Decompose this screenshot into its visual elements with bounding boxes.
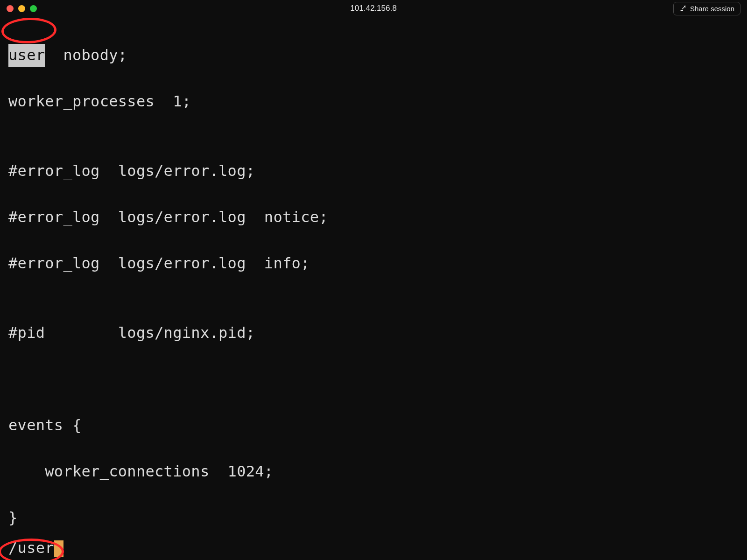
terminal-content[interactable]: user nobody; worker_processes 1; #error_… xyxy=(0,17,747,560)
config-line: #error_log logs/error.log; xyxy=(8,160,739,183)
share-session-label: Share session xyxy=(690,5,734,13)
close-window-icon[interactable] xyxy=(7,5,14,12)
config-line: events { xyxy=(8,414,739,437)
config-line: #error_log logs/error.log info; xyxy=(8,252,739,275)
config-line: #error_log logs/error.log notice; xyxy=(8,206,739,229)
config-line: user nobody; xyxy=(8,44,739,67)
config-line: worker_processes 1; xyxy=(8,90,739,113)
window-controls xyxy=(7,5,37,12)
config-line: } xyxy=(8,506,739,530)
vim-command-line[interactable]: /user xyxy=(0,537,747,560)
titlebar: 101.42.156.8 Share session xyxy=(0,0,747,17)
search-query: /user xyxy=(8,537,54,560)
share-icon xyxy=(679,4,687,13)
config-line: #pid logs/nginx.pid; xyxy=(8,322,739,345)
config-line: worker_connections 1024; xyxy=(8,460,739,483)
cursor-icon xyxy=(54,540,63,557)
search-match-highlight: user xyxy=(8,44,45,67)
minimize-window-icon[interactable] xyxy=(18,5,25,12)
share-session-button[interactable]: Share session xyxy=(673,2,740,15)
window-title: 101.42.156.8 xyxy=(350,4,396,13)
maximize-window-icon[interactable] xyxy=(30,5,37,12)
